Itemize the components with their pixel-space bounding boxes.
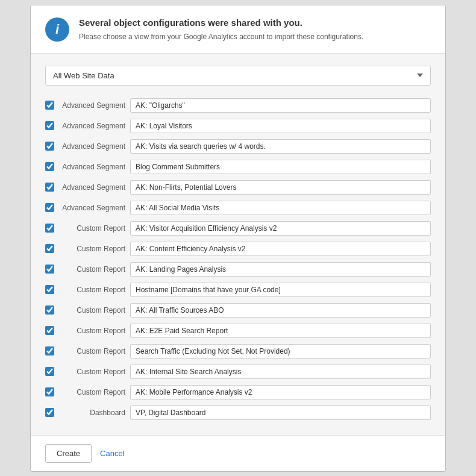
cancel-button[interactable]: Cancel	[98, 445, 127, 462]
item-value: VP, Digital Dashboard	[130, 406, 431, 420]
list-item: Advanced SegmentAK: Loyal Visitors	[45, 116, 431, 136]
item-value: AK: Non-Flirts, Potential Lovers	[130, 180, 431, 195]
item-checkbox[interactable]	[45, 101, 54, 110]
body-section: All Web Site Data Advanced SegmentAK: "O…	[31, 54, 445, 435]
list-item: Custom ReportAK: Visitor Acquisition Eff…	[45, 218, 431, 239]
item-type: Dashboard	[59, 409, 125, 417]
dialog: i Several object configurations were sha…	[30, 5, 446, 472]
item-checkbox[interactable]	[45, 203, 54, 212]
list-item: Custom ReportAK: E2E Paid Search Report	[45, 321, 431, 341]
item-value: AK: All Social Media Visits	[130, 201, 431, 215]
item-checkbox[interactable]	[45, 183, 54, 192]
item-checkbox[interactable]	[45, 224, 54, 233]
item-value: Blog Comment Submitters	[130, 160, 431, 174]
list-item: Custom ReportAK: Landing Pages Analysis	[45, 259, 431, 280]
item-type: Advanced Segment	[59, 142, 125, 151]
item-value: AK: Landing Pages Analysis	[130, 262, 431, 277]
header-description: Please choose a view from your Google An…	[79, 31, 363, 42]
item-value: Hostname [Domains that have your GA code…	[130, 283, 431, 297]
item-type: Custom Report	[59, 265, 125, 274]
list-item: Advanced SegmentAK: "Oligarchs"	[45, 95, 431, 116]
footer-section: Create Cancel	[31, 435, 445, 471]
list-item: Custom ReportAK: Mobile Performance Anal…	[45, 382, 431, 402]
item-value: AK: Visits via search queries w/ 4 words…	[130, 139, 431, 154]
view-dropdown[interactable]: All Web Site Data	[45, 66, 431, 86]
list-item: Advanced SegmentAK: All Social Media Vis…	[45, 198, 431, 218]
item-type: Advanced Segment	[59, 101, 125, 110]
item-value: AK: Internal Site Search Analysis	[130, 365, 431, 379]
item-checkbox[interactable]	[45, 326, 54, 335]
item-checkbox[interactable]	[45, 162, 54, 171]
item-checkbox[interactable]	[45, 387, 54, 396]
item-checkbox[interactable]	[45, 305, 54, 315]
item-value: AK: All Traffic Sources ABO	[130, 303, 431, 318]
item-checkbox[interactable]	[45, 367, 54, 376]
list-item: Custom ReportAK: Internal Site Search An…	[45, 362, 431, 382]
item-checkbox[interactable]	[45, 346, 54, 355]
item-checkbox[interactable]	[45, 285, 54, 294]
item-value: AK: E2E Paid Search Report	[130, 324, 431, 338]
item-checkbox[interactable]	[45, 121, 54, 130]
item-checkbox[interactable]	[45, 408, 54, 417]
item-type: Custom Report	[59, 347, 125, 355]
item-checkbox[interactable]	[45, 265, 54, 274]
item-value: AK: Visitor Acquisition Efficiency Analy…	[130, 221, 431, 236]
list-item: Custom ReportAK: Content Efficiency Anal…	[45, 239, 431, 259]
item-type: Advanced Segment	[59, 122, 125, 130]
item-value: Search Traffic (Excluding Not Set, Not P…	[130, 344, 431, 359]
dropdown-wrapper: All Web Site Data	[45, 66, 431, 86]
item-type: Custom Report	[59, 224, 125, 233]
header-title: Several object configurations were share…	[79, 17, 363, 28]
list-item: Custom ReportAK: All Traffic Sources ABO	[45, 300, 431, 321]
item-type: Custom Report	[59, 306, 125, 315]
create-button[interactable]: Create	[45, 444, 92, 463]
list-item: Advanced SegmentAK: Non-Flirts, Potentia…	[45, 177, 431, 198]
item-type: Custom Report	[59, 245, 125, 253]
item-type: Advanced Segment	[59, 183, 125, 192]
item-type: Custom Report	[59, 327, 125, 335]
item-value: AK: Loyal Visitors	[130, 119, 431, 133]
items-list: Advanced SegmentAK: "Oligarchs"Advanced …	[45, 95, 431, 423]
list-item: Advanced SegmentBlog Comment Submitters	[45, 157, 431, 177]
item-type: Custom Report	[59, 368, 125, 376]
item-type: Custom Report	[59, 388, 125, 396]
item-value: AK: Content Efficiency Analysis v2	[130, 242, 431, 256]
item-type: Advanced Segment	[59, 204, 125, 212]
item-value: AK: Mobile Performance Analysis v2	[130, 385, 431, 399]
item-type: Custom Report	[59, 286, 125, 294]
item-value: AK: "Oligarchs"	[130, 98, 431, 113]
header-text: Several object configurations were share…	[79, 17, 363, 42]
item-type: Advanced Segment	[59, 163, 125, 171]
item-checkbox[interactable]	[45, 142, 54, 151]
list-item: DashboardVP, Digital Dashboard	[45, 402, 431, 423]
list-item: Advanced SegmentAK: Visits via search qu…	[45, 136, 431, 157]
header-section: i Several object configurations were sha…	[31, 5, 445, 54]
info-icon: i	[45, 17, 69, 42]
list-item: Custom ReportHostname [Domains that have…	[45, 280, 431, 300]
list-item: Custom ReportSearch Traffic (Excluding N…	[45, 341, 431, 362]
item-checkbox[interactable]	[45, 244, 54, 253]
